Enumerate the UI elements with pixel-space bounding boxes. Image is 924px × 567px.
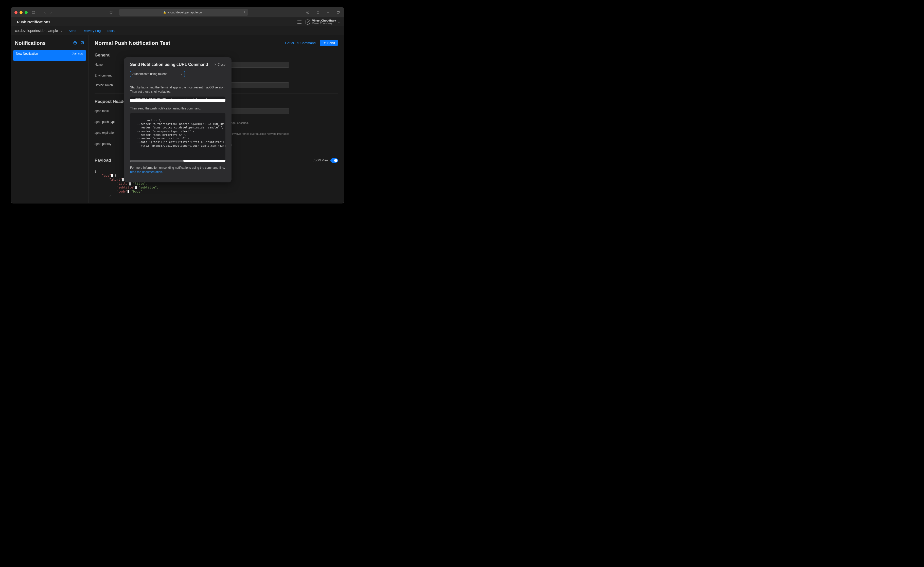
sidebar: Notifications New Notification Just now … [11, 35, 89, 203]
notification-time: Just now [72, 52, 83, 56]
titlebar-right [305, 10, 340, 14]
tab-tools[interactable]: Tools [107, 27, 114, 35]
sidebar-toggle-button[interactable]: ⌄ [32, 10, 38, 14]
switch-icon [330, 158, 338, 163]
nav-buttons: ‹ › [44, 10, 52, 15]
modal-footer: For more information on sending notifica… [130, 166, 226, 174]
downloads-icon[interactable] [305, 10, 310, 14]
modal-intro: Start by launching the Terminal app in t… [130, 86, 226, 94]
svg-rect-8 [81, 42, 84, 44]
svg-rect-0 [32, 11, 35, 14]
notification-item[interactable]: New Notification Just now - [13, 50, 86, 61]
lock-icon: 🔒 [163, 11, 166, 14]
back-button[interactable]: ‹ [44, 10, 46, 15]
send-button[interactable]: Send [320, 40, 338, 46]
svg-rect-6 [337, 12, 339, 14]
label-name: Name [95, 62, 128, 66]
close-icon: ✕ [214, 63, 217, 66]
reload-button[interactable]: ↻ [244, 11, 246, 14]
window-controls [15, 11, 28, 14]
forward-button[interactable]: › [50, 10, 51, 15]
modal-title: Send Notification using cURL Command [130, 62, 208, 67]
auth-method-select[interactable]: Authenticate using tokens ⌄ [130, 71, 185, 77]
modal-then: Then send the push notification using th… [130, 106, 226, 111]
user-name: Vineet Choudhary [312, 19, 336, 22]
chevron-down-icon: ⌄ [181, 73, 182, 75]
close-button[interactable]: ✕ Close [214, 63, 226, 66]
label-environment: Environment [95, 73, 128, 77]
curl-code-block[interactable]: curl -v \ --header "authorization: beare… [130, 113, 226, 162]
get-curl-button[interactable]: Get cURL Command [285, 41, 315, 45]
tab-send[interactable]: Send [69, 27, 76, 35]
share-icon[interactable] [316, 10, 320, 14]
maximize-window-button[interactable] [25, 11, 28, 14]
notification-subtitle: - [16, 56, 83, 59]
section-payload: Payload [95, 158, 111, 163]
new-tab-icon[interactable] [326, 10, 330, 14]
subnav: co.developerinsider.sample ⌄ Send Delive… [11, 26, 344, 35]
sidebar-heading: Notifications [15, 40, 46, 46]
label-apns-priority: apns-priority [95, 141, 128, 146]
minimize-window-button[interactable] [20, 11, 23, 14]
titlebar: ⌄ ‹ › 🔒 icloud.developer.apple.com ↻ [11, 8, 344, 18]
section-general: General [95, 53, 338, 58]
notification-title: New Notification [16, 52, 38, 56]
page-title: Normal Push Notification Test [95, 40, 170, 46]
tab-delivery-log[interactable]: Delivery Log [83, 27, 101, 35]
user-menu[interactable]: Vineet Choudhary Vineet Choudhary ⌄ [305, 19, 340, 25]
avatar-icon [305, 20, 310, 25]
docs-link[interactable]: read the documentation. [130, 170, 163, 174]
url-text: icloud.developer.apple.com [168, 10, 205, 14]
copy-button[interactable] [221, 114, 224, 118]
privacy-shield-icon[interactable] [109, 10, 113, 14]
filter-icon[interactable] [73, 41, 77, 46]
scrollbar[interactable] [130, 160, 184, 162]
compose-icon[interactable] [80, 41, 84, 46]
close-window-button[interactable] [15, 11, 18, 14]
app-header: Push Notifications Vineet Choudhary Vine… [11, 18, 344, 26]
send-icon [323, 42, 326, 45]
tab-overview-icon[interactable] [336, 10, 340, 14]
chevron-down-icon: ⌄ [60, 29, 63, 32]
curl-modal: Send Notification using cURL Command ✕ C… [124, 57, 232, 182]
env-code-block[interactable]: AUTHENTICATION_TOKEN=authentication toke… [130, 96, 226, 102]
user-team: Vineet Choudhary [312, 22, 336, 25]
selection-bar [130, 99, 226, 102]
json-view-toggle[interactable]: JSON View [313, 158, 338, 163]
app-title: Push Notifications [15, 20, 50, 24]
svg-point-7 [74, 41, 77, 44]
label-apns-push-type: apns-push-type [95, 119, 128, 124]
safari-window: ⌄ ‹ › 🔒 icloud.developer.apple.com ↻ Pus… [11, 7, 345, 204]
chevron-down-icon: ⌄ [338, 21, 340, 23]
bundle-selector[interactable]: co.developerinsider.sample ⌄ [15, 28, 63, 33]
label-apns-expiration: apns-expiration [95, 130, 128, 135]
label-apns-topic: apns-topic [95, 108, 128, 113]
address-bar[interactable]: 🔒 icloud.developer.apple.com ↻ [119, 9, 248, 16]
menu-button[interactable] [298, 21, 301, 24]
label-device-token: Device Token [95, 82, 128, 87]
